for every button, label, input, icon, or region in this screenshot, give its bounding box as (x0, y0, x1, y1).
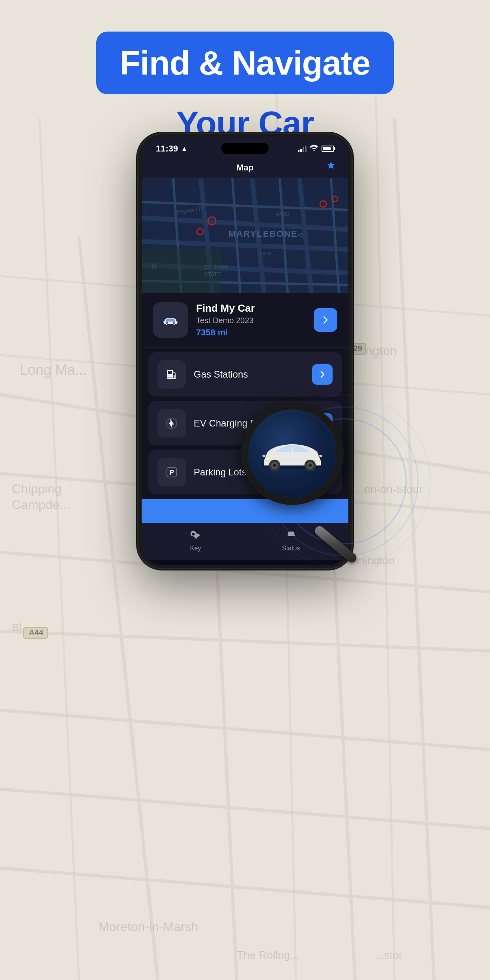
magnifier (241, 402, 375, 537)
gas-stations-item[interactable]: Gas Stations (148, 352, 342, 396)
find-my-car-card[interactable]: Find My Car Test Demo 2023 7358 mi (142, 293, 348, 348)
signal-icon (298, 145, 307, 152)
svg-text:P: P (169, 469, 174, 477)
key-icon (190, 529, 201, 542)
headline-badge: Find & Navigate (96, 32, 394, 94)
svg-text:A4201: A4201 (276, 211, 290, 217)
find-car-mileage: 7358 mi (196, 327, 306, 338)
app-nav-bar: Map (142, 157, 348, 178)
svg-rect-74 (265, 458, 270, 460)
tab-key[interactable]: Key (190, 529, 201, 552)
svg-point-73 (309, 464, 312, 467)
map-view: MARYLEBONE DE PARK STATE N Seymour Pl A4… (142, 178, 348, 293)
status-tab-label: Status (282, 545, 300, 552)
dynamic-island (221, 143, 269, 154)
svg-text:...stor: ...stor (375, 949, 402, 961)
gem-icon (325, 161, 337, 175)
key-tab-label: Key (190, 545, 201, 552)
find-car-info: Find My Car Test Demo 2023 7358 mi (196, 302, 306, 338)
svg-text:Chipping: Chipping (12, 482, 62, 496)
location-arrow-icon: ▲ (181, 145, 187, 152)
svg-text:STATE: STATE (204, 271, 221, 277)
svg-rect-63 (174, 375, 175, 379)
svg-rect-62 (168, 371, 172, 374)
status-time: 11:39 ▲ (156, 144, 187, 154)
svg-point-58 (166, 322, 168, 324)
gas-stations-arrow[interactable] (312, 364, 333, 385)
svg-text:A5: A5 (297, 232, 303, 238)
parking-icon-box: P (157, 458, 186, 486)
nav-title: Map (236, 163, 254, 173)
ev-icon-box (157, 409, 186, 438)
headline-text: Find & Navigate (120, 43, 370, 82)
svg-rect-77 (319, 455, 322, 457)
svg-rect-61 (176, 321, 178, 323)
svg-text:A5204: A5204 (258, 251, 272, 256)
svg-rect-76 (262, 455, 265, 457)
gas-stations-label: Gas Stations (194, 369, 304, 380)
find-car-subtitle: Test Demo 2023 (196, 316, 306, 325)
svg-text:A44: A44 (29, 628, 44, 637)
find-car-title: Find My Car (196, 302, 306, 314)
svg-rect-60 (163, 321, 165, 323)
svg-point-59 (173, 322, 175, 324)
svg-point-70 (273, 464, 277, 467)
svg-text:Long Ma...: Long Ma... (20, 362, 87, 378)
phone-mockup: 11:39 ▲ (138, 134, 352, 568)
magnifier-glass (241, 402, 344, 505)
status-icons (298, 144, 334, 153)
svg-text:DE PARK: DE PARK (205, 264, 229, 270)
find-car-arrow-button[interactable] (314, 308, 337, 332)
svg-text:Moreton-in-Marsh: Moreton-in-Marsh (99, 920, 198, 934)
svg-text:MARYLEBONE: MARYLEBONE (228, 229, 298, 239)
car-icon-box (153, 302, 188, 338)
header: Find & Navigate Your Car (0, 32, 490, 143)
svg-text:Campde...: Campde... (12, 497, 70, 512)
svg-text:N: N (151, 264, 156, 270)
gas-icon-box (157, 360, 186, 389)
svg-rect-75 (315, 458, 320, 460)
wifi-icon (310, 144, 318, 153)
battery-icon (322, 146, 334, 152)
svg-text:The Rollrig...: The Rollrig... (237, 949, 299, 961)
